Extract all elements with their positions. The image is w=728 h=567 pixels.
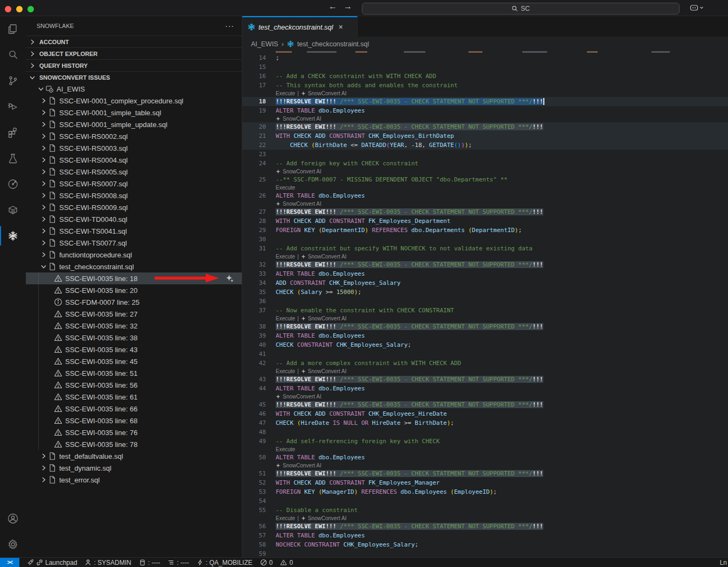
tree-file[interactable]: SSC-EWI-0001_complex_procedure.sql [26, 95, 242, 107]
tree-issue[interactable]: SSC-EWI-0035 line: 61 [26, 391, 242, 403]
codelens-row[interactable]: Execute|SnowConvert AI [242, 90, 728, 97]
remote-indicator[interactable]: >< [0, 558, 19, 567]
copilot-button[interactable] [690, 4, 704, 11]
tree-file[interactable]: test_dynamic.sql [26, 462, 242, 474]
cursor-position[interactable]: Ln [720, 558, 727, 567]
tree-issue[interactable]: SSC-FDM-0007 line: 25 [26, 296, 242, 308]
code-line[interactable]: 58NOCHECK CONSTRAINT CHK_Employees_Salar… [242, 540, 728, 549]
code-line[interactable]: 17-- This syntax both adds and enables t… [242, 81, 728, 90]
codelens-row[interactable]: SnowConvert AI [242, 168, 728, 175]
code-line[interactable]: 51!!!RESOLVE EWI!!! /*** SSC-EWI-0035 - … [242, 469, 728, 478]
tree-issue[interactable]: SSC-EWI-0035 line: 18 [26, 272, 242, 284]
code-line[interactable]: 53FOREIGN KEY (ManagerID) REFERENCES dbo… [242, 487, 728, 496]
code-line[interactable]: 25--** SSC-FDM-0007 - MISSING DEPENDENT … [242, 175, 728, 184]
activity-references-button[interactable] [0, 171, 26, 197]
code-line[interactable]: 36 [242, 297, 728, 306]
section-snowconvert-issues[interactable]: SNOWCONVERT ISSUES [26, 71, 242, 83]
code-line[interactable]: 55-- Disable a constraint [242, 506, 728, 515]
codelens-row[interactable]: Execute|SnowConvert AI [242, 368, 728, 375]
status-item[interactable]: : ---- [167, 559, 189, 566]
codelens-ai[interactable]: SnowConvert AI [308, 368, 347, 374]
status-item[interactable]: : QA_MOBILIZE [197, 559, 253, 566]
breadcrumb[interactable]: AI_EWIS › test_checkconstraint.sql [242, 37, 728, 51]
status-item[interactable]: : ---- [139, 559, 160, 566]
codelens-ai[interactable]: SnowConvert AI [308, 316, 347, 321]
tree-issue[interactable]: SSC-EWI-0035 line: 43 [26, 344, 242, 355]
code-line[interactable]: 34ADD CONSTRAINT CHK_Employees_Salary [242, 278, 728, 288]
codelens-ai[interactable]: SnowConvert AI [283, 463, 321, 468]
code-line[interactable]: 30 [242, 235, 728, 244]
activity-extensions-button[interactable] [0, 120, 26, 145]
tree-issue[interactable]: SSC-EWI-0035 line: 78 [26, 438, 242, 450]
tree-issue[interactable]: SSC-EWI-0035 line: 56 [26, 379, 242, 391]
tree-issue[interactable]: SSC-EWI-0035 line: 38 [26, 332, 242, 344]
codelens-ai[interactable]: SnowConvert AI [308, 90, 347, 96]
tree-file[interactable]: SSC-EWI-RS0005.sql [26, 166, 242, 178]
codelens-ai[interactable]: SnowConvert AI [283, 394, 321, 400]
activity-testing-button[interactable] [0, 145, 26, 171]
codelens-ai[interactable]: SnowConvert AI [283, 169, 321, 174]
code-line[interactable]: 56!!!RESOLVE EWI!!! /*** SSC-EWI-0035 - … [242, 522, 728, 531]
codelens-execute[interactable]: Execute [276, 90, 295, 96]
codelens-row[interactable]: SnowConvert AI [242, 393, 728, 400]
code-line[interactable]: 54 [242, 496, 728, 506]
code-area[interactable]: 14;1516-- Add a CHECK constraint with WI… [242, 51, 728, 558]
code-line[interactable]: 42-- Add a more complex constraint with … [242, 359, 728, 368]
code-line[interactable]: 23 [242, 150, 728, 159]
codelens-ai[interactable]: SnowConvert AI [283, 201, 321, 207]
code-line[interactable]: 27!!!RESOLVE EWI!!! /*** SSC-EWI-0035 - … [242, 207, 728, 216]
code-line[interactable]: 16-- Add a CHECK constraint with WITH CH… [242, 72, 728, 81]
code-line[interactable]: 43!!!RESOLVE EWI!!! /*** SSC-EWI-0035 - … [242, 375, 728, 384]
codelens-row[interactable]: SnowConvert AI [242, 462, 728, 469]
codelens-ai[interactable]: SnowConvert AI [308, 254, 347, 260]
status-item[interactable]: : SYSADMIN [85, 559, 131, 566]
tree-schema-AI_EWIS[interactable]: AI_EWIS [26, 83, 242, 95]
status-item[interactable]: 0 [260, 559, 273, 566]
code-line[interactable]: 40CHECK CONSTRAINT CHK_Employees_Salary; [242, 340, 728, 349]
code-line[interactable]: 28WITH CHECK ADD CONSTRAINT FK_Employees… [242, 216, 728, 226]
codelens-row[interactable]: Execute [242, 446, 728, 453]
codelens-row[interactable]: Execute|SnowConvert AI [242, 253, 728, 260]
tree-file[interactable]: SSC-EWI-0001_simple_update.sql [26, 118, 242, 130]
breadcrumb-root[interactable]: AI_EWIS [251, 40, 278, 48]
status-item[interactable]: 0 [280, 559, 293, 566]
codelens-execute[interactable]: Execute [276, 368, 295, 374]
tree-file[interactable]: SSC-EWI-TS0077.sql [26, 237, 242, 249]
code-line[interactable]: 39ALTER TABLE dbo.Employees [242, 331, 728, 340]
tree-issue[interactable]: SSC-EWI-0035 line: 76 [26, 426, 242, 438]
code-line[interactable]: 50ALTER TABLE dbo.Employees [242, 453, 728, 462]
codelens-execute[interactable]: Execute [276, 316, 295, 321]
code-line[interactable]: 22 CHECK (BirthDate <= DATEADD(YEAR, -18… [242, 141, 728, 150]
code-line[interactable]: 48 [242, 428, 728, 437]
activity-explorer-button[interactable] [0, 16, 26, 42]
forward-arrow-icon[interactable]: → [341, 2, 354, 11]
code-line[interactable]: 52WITH CHECK ADD CONSTRAINT FK_Employees… [242, 478, 728, 487]
code-line[interactable]: 37-- Now enable the constraint with CHEC… [242, 306, 728, 315]
window-minimize-button[interactable] [16, 6, 23, 12]
codelens-row[interactable]: Execute|SnowConvert AI [242, 315, 728, 322]
tree-file[interactable]: test_error.sql [26, 474, 242, 486]
code-line[interactable]: 21WITH CHECK ADD CONSTRAINT CHK_Employee… [242, 131, 728, 141]
codelens-execute[interactable]: Execute [276, 446, 295, 452]
tree-file[interactable]: SSC-EWI-0001_simple_table.sql [26, 107, 242, 118]
code-line[interactable]: 15 [242, 62, 728, 72]
codelens-execute[interactable]: Execute [276, 254, 295, 260]
activity-run-debug-button[interactable] [0, 94, 26, 120]
codelens-row[interactable]: Execute [242, 184, 728, 191]
code-line[interactable]: 29FOREIGN KEY (DepartmentID) REFERENCES … [242, 226, 728, 235]
code-line[interactable]: 38!!!RESOLVE EWI!!! /*** SSC-EWI-0035 - … [242, 322, 728, 331]
tree-file[interactable]: SSC-EWI-RS0009.sql [26, 201, 242, 213]
more-actions-icon[interactable]: ··· [225, 22, 234, 30]
activity-settings-button[interactable] [0, 531, 26, 557]
tree-issue[interactable]: SSC-EWI-0035 line: 32 [26, 320, 242, 332]
code-line[interactable]: 45!!!RESOLVE EWI!!! /*** SSC-EWI-0035 - … [242, 400, 728, 409]
code-line[interactable]: 35CHECK (Salary >= 15000); [242, 288, 728, 297]
window-close-button[interactable] [5, 6, 11, 12]
tree-file[interactable]: SSC-EWI-TS0041.sql [26, 225, 242, 237]
command-center-search[interactable]: SC [362, 3, 680, 15]
activity-source-control-button[interactable] [0, 68, 26, 94]
code-line[interactable]: 18!!!RESOLVE EWI!!! /*** SSC-EWI-0035 - … [242, 97, 728, 106]
codelens-ai[interactable]: SnowConvert AI [308, 515, 347, 521]
codelens-execute[interactable]: Execute [276, 185, 295, 191]
activity-containers-button[interactable] [0, 197, 26, 223]
